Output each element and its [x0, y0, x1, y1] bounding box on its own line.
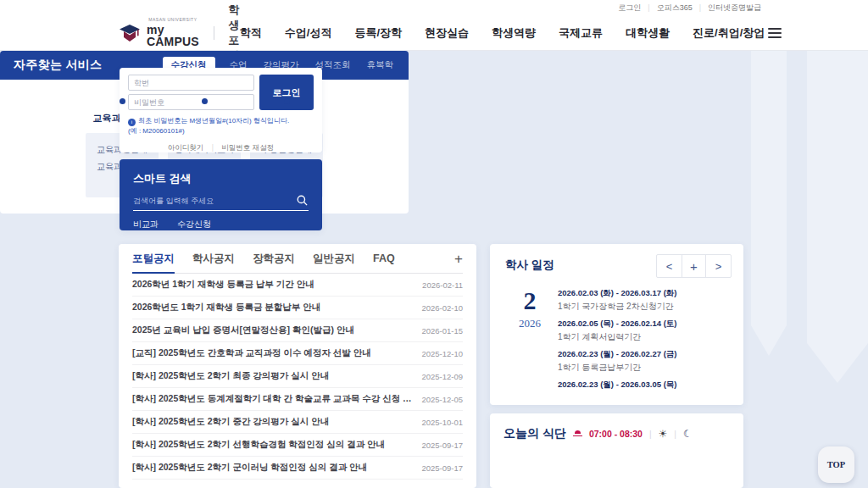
search-input[interactable]: [133, 197, 296, 205]
breakfast-icon: [573, 430, 582, 437]
dinner-moon-icon[interactable]: ☾: [683, 428, 693, 440]
login-panel: 로그인 i최초 비밀번호는 M생년월일#(10자리) 형식입니다. (예 : M…: [120, 68, 322, 152]
notice-tab[interactable]: 일반공지: [313, 244, 355, 273]
calendar-add-button[interactable]: +: [682, 255, 706, 277]
notice-date: 2025-12-09: [421, 372, 463, 381]
watermark-shape: [807, 51, 868, 383]
university-name: MASAN UNIVERSITY: [147, 18, 199, 22]
scroll-to-top-button[interactable]: TOP: [818, 446, 854, 483]
notices-panel: 포털공지학사공지장학공지일반공지FAQ + 2026학년 1학기 재학생 등록금…: [119, 244, 476, 488]
event-description: 1학기 등록금납부기간: [558, 362, 732, 374]
nav-item[interactable]: 등록/장학: [354, 25, 402, 41]
notice-date: 2025-12-05: [421, 395, 463, 404]
hamburger-menu-icon[interactable]: [765, 25, 785, 42]
nav-item[interactable]: 학생역량: [492, 25, 536, 41]
notice-row[interactable]: 2026학년 1학기 재학생 등록금 납부 기간 안내 2026-02-11: [132, 274, 463, 297]
notices-more-button[interactable]: +: [454, 252, 463, 266]
calendar-event[interactable]: 2026.02.03 (화) - 2026.03.17 (화) 1학기 국가장학…: [558, 288, 732, 313]
notice-title: [학사] 2025학년도 2학기 선행학습경험 학점인정 심의 결과 안내: [132, 439, 393, 451]
notice-title: [학사] 2025학년도 2학기 군이러닝 학점인정 심의 결과 안내: [132, 462, 376, 474]
notice-title: 2025년 교육비 납입 증명서[연말정산용] 확인(발급) 안내: [132, 324, 363, 336]
notice-row[interactable]: 2026학년도 1학기 재학생 등록금 분할납부 안내 2026-02-10: [132, 297, 463, 319]
nav-item[interactable]: 현장실습: [425, 25, 469, 41]
event-description: 1학기 국가장학금 2차신청기간: [558, 301, 732, 313]
utility-link[interactable]: 오피스365: [641, 3, 692, 14]
notice-date: 2026-01-15: [421, 326, 463, 336]
service-tab[interactable]: 휴복학: [365, 57, 396, 74]
search-tag-link[interactable]: 수강신청: [177, 219, 211, 230]
academic-calendar-panel: 학사 일정 < + > 2 2026 2026.02.03 (화) - 2026…: [490, 244, 743, 405]
nav-item[interactable]: 대학생활: [626, 25, 670, 41]
notice-row[interactable]: [학사] 2025학년도 2학기 군이러닝 학점인정 심의 결과 안내 2025…: [132, 457, 463, 480]
calendar-event[interactable]: 2026.02.23 (월) - 2026.03.05 (목): [558, 380, 732, 391]
notice-tab[interactable]: 학사공지: [192, 244, 235, 273]
search-tag-link[interactable]: 비교과: [133, 219, 159, 230]
find-id-link[interactable]: 아이디찾기: [168, 143, 204, 152]
notice-tab[interactable]: FAQ: [373, 244, 395, 273]
calendar-month: 2: [505, 288, 554, 313]
calendar-event[interactable]: 2026.02.23 (월) - 2026.02.27 (금) 1학기 등록금납…: [558, 349, 732, 374]
notice-title: 2026학년도 1학기 재학생 등록금 분할납부 안내: [132, 302, 329, 313]
notice-tab[interactable]: 포털공지: [132, 244, 175, 273]
calendar-year: 2026: [505, 317, 554, 330]
main-nav: 학적수업/성적등록/장학현장실습학생역량국제교류대학생활진로/취업/창업: [240, 25, 765, 41]
notice-date: 2025-09-17: [421, 463, 463, 473]
notice-row[interactable]: [학사] 2025학년도 2학기 중간 강의평가 실시 안내 2025-10-0…: [132, 411, 463, 434]
notice-title: [학사] 2025학년도 2학기 최종 강의평가 실시 안내: [132, 370, 337, 382]
notice-row[interactable]: [학사] 2025학년도 동계계절학기 대학 간 학술교류 교과목 수강 신청 …: [132, 388, 463, 411]
password-format-note: i최초 비밀번호는 M생년월일#(10자리) 형식입니다. (예 : M2006…: [128, 116, 314, 136]
notice-row[interactable]: [학사] 2025학년도 2학기 최종 강의평가 실시 안내 2025-12-0…: [132, 365, 463, 388]
notice-title: 2026학년 1학기 재학생 등록금 납부 기간 안내: [132, 279, 323, 291]
notice-row[interactable]: 2025년 교육비 납입 증명서[연말정산용] 확인(발급) 안내 2026-0…: [132, 319, 463, 342]
calendar-month-block: 2 2026: [505, 288, 554, 396]
nav-item[interactable]: 학적: [240, 25, 262, 41]
frequent-services-title: 자주찾는 서비스: [14, 58, 102, 73]
meal-title: 오늘의 식단: [504, 426, 566, 441]
calendar-next-button[interactable]: >: [706, 255, 731, 277]
login-button[interactable]: 로그인: [259, 75, 314, 110]
main-content: 로그인 i최초 비밀번호는 M생년월일#(10자리) 형식입니다. (예 : M…: [0, 51, 868, 488]
university-logo-icon: [119, 24, 141, 42]
smart-search-title: 스마트 검색: [133, 171, 309, 186]
event-date-range: 2026.02.23 (월) - 2026.03.05 (목): [558, 380, 732, 391]
nav-item[interactable]: 수업/성적: [285, 25, 332, 41]
timeline-dot: [202, 98, 208, 104]
calendar-prev-button[interactable]: <: [657, 255, 682, 277]
event-date-range: 2026.02.23 (월) - 2026.02.27 (금): [558, 349, 732, 360]
password-input[interactable]: [128, 94, 254, 110]
calendar-title: 학사 일정: [505, 258, 554, 273]
notice-date: 2025-09-17: [421, 441, 463, 450]
event-date-range: 2026.02.03 (화) - 2026.03.17 (화): [558, 288, 732, 299]
notice-row[interactable]: [학사] 2025학년도 2학기 선행학습경험 학점인정 심의 결과 안내 20…: [132, 434, 463, 457]
search-icon[interactable]: [296, 194, 309, 207]
event-date-range: 2026.02.05 (목) - 2026.02.14 (토): [558, 319, 732, 330]
notice-row[interactable]: [교직] 2025학년도 간호학과 교직과정 이수 예정자 선발 안내 2025…: [132, 342, 463, 365]
lunch-sun-icon[interactable]: ☀: [659, 428, 668, 440]
notice-title: [학사] 2025학년도 동계계절학기 대학 간 학술교류 교과목 수강 신청 …: [132, 393, 421, 405]
timeline-dot: [284, 98, 290, 104]
reset-password-link[interactable]: 비밀번호 재설정: [221, 143, 274, 152]
utility-link[interactable]: 인터넷증명발급: [693, 3, 761, 14]
calendar-event[interactable]: 2026.02.05 (목) - 2026.02.14 (토) 1학기 계획서입…: [558, 319, 732, 343]
smart-search-panel: 스마트 검색 비교과수강신청: [120, 159, 322, 230]
main-header: MASAN UNIVERSITY my CAMPUS 학생포털 학적수업/성적등…: [0, 15, 868, 51]
timeline-dot: [120, 98, 125, 104]
notice-date: 2026-02-11: [422, 280, 463, 290]
notice-date: 2025-10-01: [421, 418, 463, 427]
brand-name: my CAMPUS: [147, 24, 199, 47]
utility-link[interactable]: 로그인: [618, 3, 641, 14]
nav-item[interactable]: 진로/취업/창업: [693, 25, 765, 41]
info-icon: i: [128, 119, 136, 126]
notice-date: 2026-02-10: [421, 303, 463, 313]
notice-date: 2025-12-10: [421, 349, 463, 358]
notice-tab[interactable]: 장학공지: [253, 244, 295, 273]
todays-meal-panel: 오늘의 식단 07:00 - 08:30 | ☀ | ☾: [490, 413, 743, 488]
notice-title: [교직] 2025학년도 간호학과 교직과정 이수 예정자 선발 안내: [132, 347, 380, 359]
nav-item[interactable]: 국제교류: [559, 25, 603, 41]
event-description: 1학기 계획서입력기간: [558, 331, 732, 343]
notice-title: [학사] 2025학년도 2학기 중간 강의평가 실시 안내: [132, 416, 337, 428]
student-id-input[interactable]: [128, 75, 254, 91]
watermark-shape: [751, 51, 787, 356]
meal-time: 07:00 - 08:30: [589, 429, 643, 439]
